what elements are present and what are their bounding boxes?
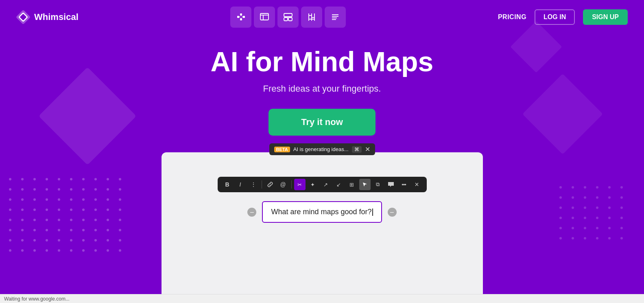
svg-point-88 [584,196,586,199]
svg-point-11 [21,188,24,191]
try-it-now-button[interactable]: Try it now [269,109,375,136]
cursor-button[interactable] [359,179,371,190]
login-button[interactable]: LOG IN [535,9,575,25]
svg-point-31 [21,209,24,211]
grid-button[interactable]: ⊞ [346,179,358,190]
svg-point-106 [584,227,586,229]
arrow-ne-button[interactable]: ↗ [320,179,332,190]
svg-point-14 [58,188,60,191]
svg-point-9 [119,178,121,180]
svg-point-24 [58,198,60,201]
nav-docs-button[interactable] [325,7,346,28]
svg-point-37 [94,209,97,211]
svg-point-33 [46,209,48,211]
svg-rect-119 [237,16,239,18]
svg-point-18 [107,188,109,191]
sequence-icon [307,12,317,22]
svg-point-47 [94,219,97,221]
svg-point-53 [46,229,48,231]
more-text-button[interactable]: ⋮ [248,179,259,190]
svg-point-42 [33,219,36,221]
arrow-sw-button[interactable]: ↙ [333,179,345,190]
svg-point-0 [9,178,11,180]
toolbar-close-button[interactable]: × [411,179,423,190]
svg-point-35 [70,209,72,211]
svg-point-30 [9,209,11,211]
node-text: What are mind maps good for? [271,208,371,216]
toolbar-divider-2 [291,180,292,189]
svg-point-70 [9,249,11,252]
svg-rect-127 [260,13,269,20]
hero-subtitle: Fresh ideas at your fingertips. [8,83,636,94]
header-right: PRICING LOG IN SIGN UP [498,9,628,25]
svg-point-26 [82,198,85,201]
flowchart-icon [236,12,246,22]
svg-point-104 [559,227,562,229]
nav-mindmap-button[interactable] [277,7,299,28]
nav-wireframe-button[interactable] [254,7,275,28]
nav-flowchart-button[interactable] [230,7,251,28]
signup-button[interactable]: SIGN UP [583,9,628,25]
svg-point-98 [559,217,562,219]
svg-point-44 [58,219,60,221]
bold-button[interactable]: B [222,179,233,190]
svg-point-28 [107,198,109,201]
svg-point-77 [94,249,97,252]
logo-icon [16,10,30,24]
svg-point-84 [608,186,611,189]
svg-point-96 [608,206,611,209]
right-connector[interactable]: – [388,208,397,217]
svg-point-115 [620,237,623,239]
svg-point-99 [572,217,574,219]
svg-point-36 [82,209,85,211]
svg-point-16 [82,188,85,191]
pricing-link[interactable]: PRICING [498,13,526,21]
svg-point-72 [33,249,36,252]
svg-point-102 [608,217,611,219]
svg-point-71 [21,249,24,252]
svg-point-10 [9,188,11,191]
mention-button[interactable]: @ [277,179,289,190]
svg-point-112 [584,237,586,239]
svg-point-13 [46,188,48,191]
ai-status-text: AI is generating ideas... [293,146,349,152]
logo[interactable]: Whimsical [16,10,79,24]
svg-point-67 [94,239,97,242]
beta-close-button[interactable]: ✕ [365,145,370,153]
nav-sequence-button[interactable] [301,7,322,28]
svg-point-78 [107,249,109,252]
magic-button[interactable]: ✦ [307,179,319,190]
svg-point-40 [9,219,11,221]
svg-point-50 [9,229,11,231]
svg-point-69 [119,239,121,242]
svg-point-109 [620,227,623,229]
toolbar-divider-1 [262,180,262,189]
svg-point-32 [33,209,36,211]
svg-rect-121 [243,16,245,18]
comment-button[interactable] [385,179,397,190]
hero-section: AI for Mind Maps Fresh ideas at your fin… [0,34,644,144]
svg-point-101 [596,217,598,219]
svg-point-91 [620,196,623,199]
svg-point-73 [46,249,48,252]
wireframe-icon [260,12,269,22]
left-connector[interactable]: – [247,208,256,217]
svg-point-22 [33,198,36,201]
svg-point-2 [33,178,36,180]
more-options-button[interactable]: ••• [398,179,410,190]
svg-point-75 [70,249,72,252]
svg-point-55 [70,229,72,231]
svg-point-8 [107,178,109,180]
svg-point-74 [58,249,60,252]
status-text: Waiting for www.google.com... [4,296,70,302]
ai-scissors-button[interactable]: ✂ [294,179,306,190]
svg-point-62 [33,239,36,242]
text-cursor [372,209,373,216]
duplicate-button[interactable]: ⧉ [372,179,384,190]
svg-point-60 [9,239,11,242]
svg-point-17 [94,188,97,191]
svg-point-12 [33,188,36,191]
link-button[interactable] [264,179,276,190]
italic-button[interactable]: I [235,179,246,190]
demo-area: BETA AI is generating ideas... ⌘ ✕ B I ⋮ [162,152,483,303]
